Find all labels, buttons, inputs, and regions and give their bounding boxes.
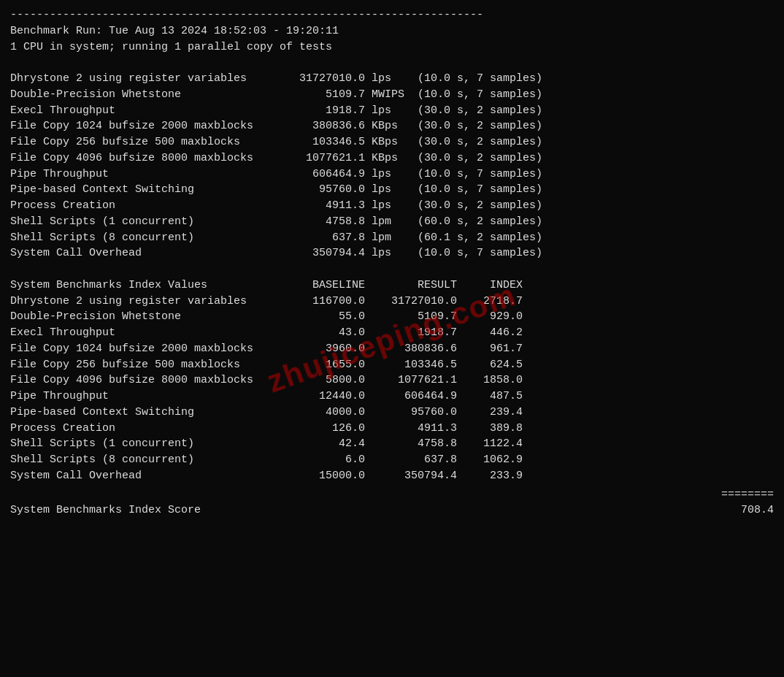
index-row: Shell Scripts (1 concurrent) 42.4 4758.8… [10,436,774,452]
index-row: System Call Overhead 15000.0 350794.4 23… [10,468,774,484]
benchmark-row: Double-Precision Whetstone 5109.7 MWIPS … [10,87,774,103]
index-header-row: System Benchmarks Index Values BASELINE … [10,278,774,294]
index-row: File Copy 256 bufsize 500 maxblocks 1655… [10,357,774,373]
benchmark-row: Pipe-based Context Switching 95760.0 lps… [10,182,774,198]
terminal-output: ----------------------------------------… [10,7,774,519]
score-section: ======== System Benchmarks Index Score 7… [10,487,774,519]
index-row: Double-Precision Whetstone 55.0 5109.7 9… [10,309,774,325]
benchmark-row: Execl Throughput 1918.7 lps (30.0 s, 2 s… [10,103,774,119]
index-row: Pipe-based Context Switching 4000.0 9576… [10,405,774,421]
benchmark-row: File Copy 1024 bufsize 2000 maxblocks 38… [10,118,774,134]
index-row: File Copy 4096 bufsize 8000 maxblocks 58… [10,372,774,389]
benchmark-row: Pipe Throughput 606464.9 lps (10.0 s, 7 … [10,167,774,183]
index-section: System Benchmarks Index Values BASELINE … [10,278,774,484]
index-row: Execl Throughput 43.0 1918.7 446.2 [10,325,774,341]
index-row: Pipe Throughput 12440.0 606464.9 487.5 [10,389,774,405]
benchmark-row: Shell Scripts (8 concurrent) 637.8 lpm (… [10,230,774,246]
benchmark-row: Shell Scripts (1 concurrent) 4758.8 lpm … [10,214,774,230]
header-line1: Benchmark Run: Tue Aug 13 2024 18:52:03 … [10,23,774,39]
index-row: Dhrystone 2 using register variables 116… [10,294,774,310]
score-label: System Benchmarks Index Score [10,502,201,519]
score-value: 708.4 [741,502,774,519]
equals-line: ======== [721,487,774,503]
index-row: Shell Scripts (8 concurrent) 6.0 637.8 1… [10,452,774,468]
index-row: File Copy 1024 bufsize 2000 maxblocks 39… [10,341,774,357]
benchmark-row: Process Creation 4911.3 lps (30.0 s, 2 s… [10,198,774,214]
separator-top: ----------------------------------------… [10,7,774,23]
index-row: Process Creation 126.0 4911.3 389.8 [10,421,774,437]
benchmark-row: File Copy 4096 bufsize 8000 maxblocks 10… [10,150,774,167]
header-line2: 1 CPU in system; running 1 parallel copy… [10,39,774,56]
score-line: System Benchmarks Index Score 708.4 [10,502,774,519]
benchmark-row: File Copy 256 bufsize 500 maxblocks 1033… [10,134,774,150]
benchmark-row: System Call Overhead 350794.4 lps (10.0 … [10,245,774,261]
benchmarks-section: Dhrystone 2 using register variables 317… [10,71,774,261]
benchmark-row: Dhrystone 2 using register variables 317… [10,71,774,87]
